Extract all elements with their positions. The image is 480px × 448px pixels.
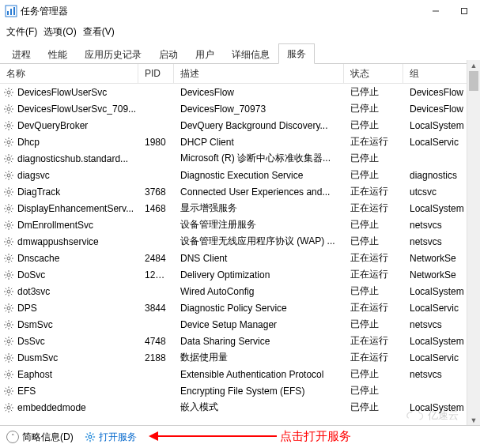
- table-row[interactable]: dot3svcWired AutoConfig已停止LocalSystem: [0, 283, 480, 299]
- table-row[interactable]: DevicesFlowUserSvcDevicesFlow已停止DevicesF…: [0, 84, 480, 100]
- service-status: 已停止: [344, 401, 403, 414]
- table-row[interactable]: DisplayEnhancementServ...1468显示增强服务正在运行L…: [0, 200, 480, 216]
- service-icon: [3, 236, 14, 247]
- service-status: 正在运行: [344, 201, 403, 215]
- table-row[interactable]: EaphostExtensible Authentication Protoco…: [0, 366, 480, 382]
- service-icon: [3, 402, 14, 413]
- service-status: 已停止: [344, 218, 403, 232]
- service-icon: [3, 286, 14, 297]
- tab-services[interactable]: 服务: [278, 43, 315, 64]
- service-name: DsmSvc: [17, 319, 53, 330]
- table-row[interactable]: DevQueryBrokerDevQuery Background Discov…: [0, 117, 480, 134]
- service-status: 已停止: [344, 284, 403, 298]
- svg-point-159: [7, 373, 10, 376]
- svg-point-33: [7, 141, 10, 144]
- menu-view[interactable]: 查看(V): [81, 25, 116, 39]
- col-status[interactable]: 状态: [344, 64, 403, 83]
- service-name: dot3svc: [17, 286, 50, 297]
- scroll-thumb[interactable]: [469, 71, 478, 91]
- svg-line-147: [11, 343, 12, 344]
- col-pid[interactable]: PID: [138, 64, 174, 83]
- svg-line-85: [6, 227, 6, 228]
- service-icon: [3, 319, 14, 330]
- tab-processes[interactable]: 进程: [3, 44, 40, 64]
- svg-line-110: [6, 271, 6, 272]
- service-pid: 3844: [138, 303, 174, 314]
- svg-rect-1: [7, 11, 9, 15]
- svg-line-120: [11, 293, 12, 294]
- table-row[interactable]: DPS3844Diagnostic Policy Service正在运行Loca…: [0, 299, 480, 316]
- svg-line-94: [6, 243, 6, 244]
- service-desc: Diagnostic Policy Service: [174, 303, 344, 314]
- svg-line-57: [11, 177, 12, 178]
- service-desc: Device Setup Manager: [174, 319, 344, 330]
- service-desc: Data Sharing Service: [174, 336, 344, 347]
- service-name: DsSvc: [17, 336, 45, 347]
- table-row[interactable]: diagnosticshub.standard...Microsoft (R) …: [0, 150, 480, 167]
- svg-line-157: [6, 360, 6, 360]
- service-status: 正在运行: [344, 185, 403, 198]
- svg-line-158: [11, 354, 12, 355]
- brief-info-link[interactable]: ˄ 简略信息(D): [6, 431, 74, 444]
- table-row[interactable]: DevicesFlowUserSvc_709...DevicesFlow_709…: [0, 100, 480, 117]
- service-desc: DNS Client: [174, 253, 344, 264]
- svg-point-168: [7, 390, 10, 393]
- scroll-up-arrow[interactable]: ▲: [467, 60, 480, 71]
- table-row[interactable]: DoSvc12492Delivery Optimization正在运行Netwo…: [0, 266, 480, 283]
- service-pid: 4748: [138, 336, 174, 347]
- vertical-scrollbar[interactable]: ▲ ▼: [467, 60, 480, 426]
- svg-line-148: [6, 343, 6, 344]
- svg-line-121: [6, 293, 6, 294]
- svg-line-101: [6, 254, 6, 255]
- service-desc: DevicesFlow_70973: [174, 104, 344, 115]
- svg-line-184: [6, 409, 6, 410]
- table-row[interactable]: DiagTrack3768Connected User Experiences …: [0, 183, 480, 200]
- open-services-link[interactable]: 打开服务: [85, 431, 137, 444]
- col-desc[interactable]: 描述: [174, 64, 344, 83]
- table-row[interactable]: DusmSvc2188数据使用量正在运行LocalServic: [0, 349, 480, 366]
- menu-file[interactable]: 文件(F): [5, 25, 39, 39]
- svg-line-165: [11, 376, 12, 377]
- svg-line-59: [11, 171, 12, 172]
- tab-users[interactable]: 用户: [187, 44, 223, 64]
- svg-point-96: [7, 257, 10, 260]
- col-name[interactable]: 名称: [0, 64, 138, 83]
- service-status: 已停止: [344, 235, 403, 248]
- table-row[interactable]: dmwappushservice设备管理无线应用程序协议 (WAP) ...已停…: [0, 233, 480, 250]
- service-status: 正在运行: [344, 268, 403, 281]
- tab-startup[interactable]: 启动: [150, 44, 187, 64]
- table-row[interactable]: DmEnrollmentSvc设备管理注册服务已停止netsvcs: [0, 216, 480, 233]
- table-row[interactable]: Dhcp1980DHCP Client正在运行LocalServic: [0, 134, 480, 150]
- svg-line-131: [11, 304, 12, 305]
- service-pid: 2188: [138, 352, 174, 363]
- table-row[interactable]: Dnscache2484DNS Client正在运行NetworkSe: [0, 250, 480, 266]
- svg-point-6: [7, 91, 10, 94]
- svg-point-42: [7, 157, 10, 160]
- table-row[interactable]: DsSvc4748Data Sharing Service正在运行LocalSy…: [0, 333, 480, 349]
- maximize-button[interactable]: [450, 0, 478, 22]
- svg-point-87: [7, 240, 10, 243]
- service-status: 正在运行: [344, 334, 403, 348]
- svg-point-24: [7, 124, 10, 127]
- svg-line-65: [6, 188, 6, 189]
- menu-options[interactable]: 选项(O): [42, 25, 77, 39]
- svg-line-83: [6, 221, 6, 222]
- minimize-button[interactable]: [421, 0, 450, 22]
- tab-history[interactable]: 应用历史记录: [76, 44, 150, 64]
- svg-line-139: [6, 326, 6, 327]
- table-row[interactable]: diagsvcDiagnostic Execution Service已停止di…: [0, 167, 480, 183]
- tab-details[interactable]: 详细信息: [223, 44, 278, 64]
- service-icon: [3, 87, 14, 98]
- table-row[interactable]: EFSEncrypting File System (EFS)已停止: [0, 382, 480, 399]
- service-name: Dhcp: [17, 137, 40, 148]
- service-desc: Microsoft (R) 诊断中心标准收集器...: [174, 152, 344, 165]
- table-row[interactable]: DsmSvcDevice Setup Manager已停止netsvcs: [0, 316, 480, 333]
- tab-performance[interactable]: 性能: [40, 44, 76, 64]
- svg-line-192: [92, 439, 93, 441]
- svg-line-111: [11, 277, 12, 277]
- svg-line-112: [6, 277, 6, 277]
- svg-line-58: [6, 177, 6, 178]
- brief-info-label: 简略信息(D): [22, 431, 74, 444]
- svg-line-140: [11, 321, 12, 322]
- svg-point-60: [7, 190, 10, 194]
